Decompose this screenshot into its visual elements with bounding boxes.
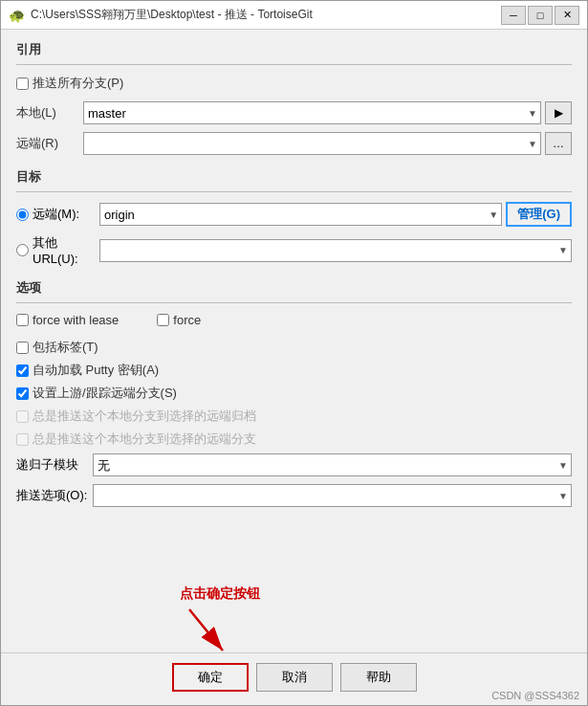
include-tags-label: 包括标签(T) <box>33 339 98 356</box>
push-option-select[interactable] <box>93 484 572 507</box>
local-arrow-button[interactable]: ▶ <box>545 101 572 124</box>
auto-load-putty-row: 自动加载 Putty 密钥(A) <box>16 362 572 379</box>
submodule-row: 递归子模块 无 ▼ <box>16 453 572 476</box>
local-select[interactable]: master <box>83 101 541 124</box>
section-yinyong: 引用 推送所有分支(P) 本地(L) master ▼ ▶ <box>16 41 572 155</box>
other-url-input-wrap: ▼ <box>99 239 572 262</box>
local-label: 本地(L) <box>16 104 83 121</box>
divider-yinyong <box>16 64 572 65</box>
always-push-archive-checkbox[interactable] <box>16 410 29 423</box>
remote-select[interactable]: origin <box>99 203 502 226</box>
set-upstream-checkbox[interactable] <box>16 387 29 400</box>
footer-text: CSDN @SSS4362 <box>491 690 579 701</box>
other-url-radio[interactable] <box>16 244 29 256</box>
remote-branch-row: 远端(R) ▼ … <box>16 132 572 155</box>
manage-button[interactable]: 管理(G) <box>506 202 572 227</box>
force-label: force <box>173 313 201 327</box>
always-push-branch-label: 总是推送这个本地分支到选择的远端分支 <box>33 430 256 448</box>
remote-branch-label: 远端(R) <box>16 135 83 152</box>
divider-mubiao <box>16 191 572 192</box>
always-push-branch-checkbox[interactable] <box>16 433 29 446</box>
force-with-lease-checkbox[interactable] <box>16 314 29 326</box>
section-yinyong-title: 引用 <box>16 41 572 58</box>
title-bar-controls: ─ □ ✕ <box>501 6 579 25</box>
local-input-wrap: master ▼ ▶ <box>83 101 572 124</box>
main-content: 引用 推送所有分支(P) 本地(L) master ▼ ▶ <box>1 30 587 652</box>
push-all-checkbox[interactable] <box>16 77 29 90</box>
push-option-select-wrap: ▼ <box>93 484 572 507</box>
remote-branch-input-wrap: ▼ … <box>83 132 572 155</box>
set-upstream-row: 设置上游/跟踪远端分支(S) <box>16 385 572 402</box>
push-option-label: 推送选项(O): <box>16 487 93 504</box>
other-url-row: 其他URL(U): ▼ <box>16 234 572 266</box>
force-row: force <box>157 313 201 327</box>
maximize-button[interactable]: □ <box>528 6 553 25</box>
window-title: C:\Users\SSS翱翔万里\Desktop\test - 推送 - Tor… <box>31 7 313 23</box>
include-tags-checkbox[interactable] <box>16 342 29 354</box>
force-checkbox[interactable] <box>157 314 169 326</box>
divider-options <box>16 302 572 303</box>
other-url-select[interactable] <box>99 239 572 262</box>
cancel-button[interactable]: 取消 <box>256 663 333 692</box>
other-url-label: 其他URL(U): <box>33 234 96 266</box>
always-push-archive-row: 总是推送这个本地分支到选择的远端归档 <box>16 408 572 425</box>
submodule-label: 递归子模块 <box>16 456 93 474</box>
remote-branch-select-wrap: ▼ <box>83 132 541 155</box>
section-options: 选项 force with lease force 包括标签(T) <box>16 279 572 507</box>
minimize-button[interactable]: ─ <box>501 6 526 25</box>
close-button[interactable]: ✕ <box>555 6 579 25</box>
main-window: 🐢 C:\Users\SSS翱翔万里\Desktop\test - 推送 - T… <box>0 0 588 706</box>
remote-radio-label: 远端(M): <box>33 206 96 223</box>
always-push-archive-label: 总是推送这个本地分支到选择的远端归档 <box>33 408 256 425</box>
always-push-branch-row: 总是推送这个本地分支到选择的远端分支 <box>16 430 572 448</box>
local-select-wrap: master ▼ <box>83 101 541 124</box>
remote-branch-dots-button[interactable]: … <box>545 132 572 155</box>
remote-radio-row: 远端(M): origin ▼ 管理(G) <box>16 202 572 227</box>
local-row: 本地(L) master ▼ ▶ <box>16 101 572 124</box>
force-options-row: force with lease force <box>16 313 572 333</box>
tortoisegit-icon: 🐢 <box>9 8 25 23</box>
include-tags-row: 包括标签(T) <box>16 339 572 356</box>
section-mubiao-title: 目标 <box>16 168 572 186</box>
confirm-button[interactable]: 确定 <box>172 663 249 692</box>
set-upstream-label: 设置上游/跟踪远端分支(S) <box>33 385 177 402</box>
force-with-lease-label: force with lease <box>33 313 119 327</box>
push-option-row: 推送选项(O): ▼ <box>16 484 572 507</box>
remote-radio[interactable] <box>16 209 29 221</box>
push-all-label: 推送所有分支(P) <box>33 75 123 92</box>
title-bar: 🐢 C:\Users\SSS翱翔万里\Desktop\test - 推送 - T… <box>1 1 587 30</box>
help-button[interactable]: 帮助 <box>340 663 417 692</box>
force-with-lease-row: force with lease <box>16 313 119 327</box>
other-url-select-wrap: ▼ <box>99 239 572 262</box>
auto-load-putty-label: 自动加载 Putty 密钥(A) <box>33 362 159 379</box>
remote-select-wrap: origin ▼ <box>99 203 502 226</box>
remote-branch-select[interactable] <box>83 132 541 155</box>
auto-load-putty-checkbox[interactable] <box>16 364 29 377</box>
submodule-select[interactable]: 无 <box>93 453 572 476</box>
section-mubiao: 目标 远端(M): origin ▼ 管理(G) <box>16 168 572 266</box>
remote-input-wrap: origin ▼ 管理(G) <box>99 202 572 227</box>
submodule-select-wrap: 无 ▼ <box>93 453 572 476</box>
title-bar-left: 🐢 C:\Users\SSS翱翔万里\Desktop\test - 推送 - T… <box>9 7 313 23</box>
push-all-row: 推送所有分支(P) <box>16 75 572 92</box>
bottom-area: 点击确定按钮 确定 取消 帮助 CSDN @SSS4362 <box>1 652 587 705</box>
section-options-title: 选项 <box>16 279 572 297</box>
